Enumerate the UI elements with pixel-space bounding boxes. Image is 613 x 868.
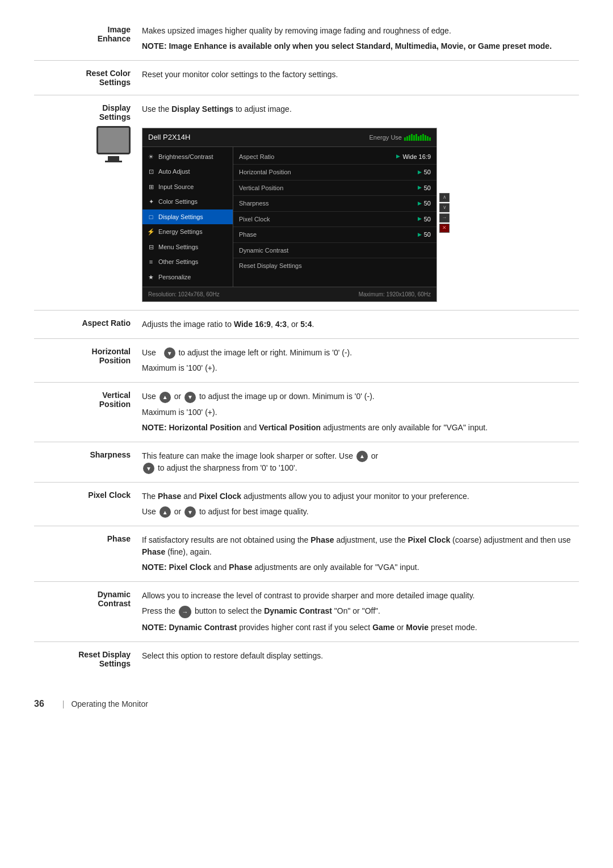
osd-content-panel: Aspect Ratio ▶ Wide 16:9 Horizontal Posi… (233, 147, 436, 287)
phase-content: If satisfactory results are not obtained… (136, 526, 579, 582)
other-settings-icon: ≡ (147, 257, 155, 267)
osd-menu-auto-adjust: ⊡ Auto Adjust (142, 164, 233, 179)
phase-row: Phase If satisfactory results are not ob… (34, 526, 579, 582)
osd-pixel-clock-value: ▶ 50 (418, 215, 431, 224)
osd-dynamic-contrast-label: Dynamic Contrast (239, 246, 288, 255)
horizontal-position-desc1: Use ▼ to adjust the image left or right.… (142, 347, 573, 359)
osd-menu-personalize-label: Personalize (158, 272, 191, 282)
osd-menu-color-settings-label: Color Settings (158, 197, 198, 207)
phase-label: Phase (34, 526, 136, 582)
pixel-clock-row: Pixel Clock The Phase and Pixel Clock ad… (34, 483, 579, 526)
osd-row-phase: Phase ▶ 50 (233, 227, 436, 243)
page-number: 36 (34, 699, 44, 709)
vertical-position-row: VerticalPosition Use ▲ or ▼ to adjust th… (34, 383, 579, 442)
osd-aspect-ratio-label: Aspect Ratio (239, 152, 274, 162)
osd-row-reset-display: Reset Display Settings (233, 258, 436, 274)
image-enhance-content: Makes upsized images higher quality by r… (136, 17, 579, 61)
osd-menu-menu-settings-label: Menu Settings (158, 242, 198, 252)
pixel-clock-desc2: Use ▲ or ▼ to adjust for best image qual… (142, 506, 573, 518)
pixel-clock-label: Pixel Clock (34, 483, 136, 526)
osd-sharpness-label: Sharpness (239, 199, 269, 208)
sharpness-down-icon: ▼ (143, 463, 154, 474)
monitor-icon (96, 126, 131, 162)
display-settings-row: DisplaySettings Use the Display Settings… (34, 95, 579, 311)
osd-max-resolution: Maximum: 1920x1080, 60Hz (359, 290, 431, 299)
osd-menu-energy-settings-label: Energy Settings (158, 227, 203, 237)
sharpness-up-icon: ▲ (356, 451, 368, 462)
footer-separator: | (62, 699, 65, 708)
reset-display-settings-label: Reset DisplaySettings (34, 641, 136, 676)
image-enhance-note: NOTE: Image Enhance is available only wh… (142, 40, 573, 52)
osd-resolution: Resolution: 1024x768, 60Hz (148, 290, 220, 299)
osd-vertical-label: Vertical Position (239, 183, 283, 193)
osd-reset-display-label: Reset Display Settings (239, 261, 302, 271)
osd-nav-up[interactable]: ∧ (439, 193, 450, 202)
energy-bar: Energy Use (370, 133, 431, 142)
color-settings-icon: ✦ (147, 197, 155, 207)
input-source-icon: ⊞ (147, 182, 155, 192)
osd-menu-energy-settings: ⚡ Energy Settings (142, 224, 233, 240)
dynamic-contrast-desc1: Allows you to increase the level of cont… (142, 590, 573, 602)
right-arrow-circle-icon: → (179, 606, 191, 618)
pixel-clock-desc1: The Phase and Pixel Clock adjustments al… (142, 490, 573, 502)
auto-adjust-icon: ⊡ (147, 167, 155, 177)
sharpness-content: This feature can make the image look sha… (136, 442, 579, 483)
osd-footer: Resolution: 1024x768, 60Hz Maximum: 1920… (142, 287, 436, 301)
display-settings-intro: Use the Display Settings to adjust image… (142, 103, 573, 115)
osd-header: Dell P2X14H Energy Use (142, 128, 436, 147)
reset-display-settings-desc: Select this option to restore default di… (142, 650, 573, 662)
osd-nav-enter[interactable]: → (439, 213, 450, 223)
osd-horizontal-arrow: ▶ (418, 169, 422, 177)
energy-bars-visual (404, 134, 431, 141)
image-enhance-label: ImageEnhance (34, 17, 136, 61)
aspect-ratio-row: Aspect Ratio Adjusts the image ratio to … (34, 311, 579, 339)
osd-aspect-ratio-arrow: ▶ (396, 153, 400, 161)
osd-menu-menu-settings: ⊟ Menu Settings (142, 240, 233, 255)
footer-text: Operating the Monitor (71, 699, 148, 708)
display-settings-label: DisplaySettings (99, 103, 131, 121)
osd-row-vertical: Vertical Position ▶ 50 (233, 181, 436, 196)
sharpness-label: Sharpness (34, 442, 136, 483)
osd-row-horizontal: Horizontal Position ▶ 50 (233, 165, 436, 181)
aspect-ratio-label: Aspect Ratio (34, 311, 136, 339)
brightness-icon: ☀ (147, 152, 155, 162)
vertical-position-desc2: Maximum is '100' (+). (142, 406, 573, 418)
reset-display-settings-content: Select this option to restore default di… (136, 641, 579, 676)
osd-menu-input-source: ⊞ Input Source (142, 179, 233, 195)
osd-phase-arrow: ▶ (418, 231, 422, 239)
up-circle-icon: ▲ (159, 392, 171, 403)
osd-nav-down[interactable]: ∨ (439, 203, 450, 212)
osd-menu-brightness: ☀ Brightness/Contrast (142, 149, 233, 165)
osd-horizontal-value: ▶ 50 (418, 167, 431, 177)
osd-phase-label: Phase (239, 230, 257, 240)
vertical-position-note: NOTE: Horizontal Position and Vertical P… (142, 422, 573, 434)
osd-nav-buttons: ∧ ∨ → ✕ (439, 193, 450, 233)
osd-aspect-ratio-value: ▶ Wide 16:9 (396, 152, 431, 162)
osd-pixel-clock-arrow: ▶ (418, 215, 422, 223)
osd-vertical-value: ▶ 50 (418, 183, 431, 193)
vertical-position-desc1: Use ▲ or ▼ to adjust the image up or dow… (142, 391, 573, 402)
osd-phase-value: ▶ 50 (418, 230, 431, 240)
horizontal-position-label: HorizontalPosition (34, 339, 136, 383)
sharpness-row: Sharpness This feature can make the imag… (34, 442, 579, 483)
display-settings-content: Use the Display Settings to adjust image… (136, 95, 579, 311)
osd-menu-auto-adjust-label: Auto Adjust (158, 167, 190, 177)
pixel-clock-down-icon: ▼ (184, 506, 196, 518)
down-circle-icon: ▼ (164, 347, 175, 359)
osd-sharpness-arrow: ▶ (418, 200, 422, 208)
page-footer: 36 | Operating the Monitor (34, 693, 579, 709)
display-settings-icon: □ (147, 212, 155, 222)
dynamic-contrast-row: DynamicContrast Allows you to increase t… (34, 582, 579, 641)
osd-menu-personalize: ★ Personalize (142, 270, 233, 285)
personalize-icon: ★ (147, 272, 155, 282)
aspect-ratio-content: Adjusts the image ratio to Wide 16:9, 4:… (136, 311, 579, 339)
reset-color-row: Reset ColorSettings Reset your monitor c… (34, 61, 579, 95)
osd-sharpness-value: ▶ 50 (418, 199, 431, 208)
osd-menu-other-settings-label: Other Settings (158, 257, 198, 267)
osd-pixel-clock-label: Pixel Clock (239, 215, 270, 224)
osd-nav-exit[interactable]: ✕ (439, 224, 450, 233)
osd-menu: ☀ Brightness/Contrast ⊡ Auto Adjust ⊞ In… (142, 147, 233, 287)
osd-menu-brightness-label: Brightness/Contrast (158, 152, 213, 162)
osd-menu-display-settings-label: Display Settings (158, 212, 203, 222)
energy-settings-icon: ⚡ (147, 227, 155, 237)
